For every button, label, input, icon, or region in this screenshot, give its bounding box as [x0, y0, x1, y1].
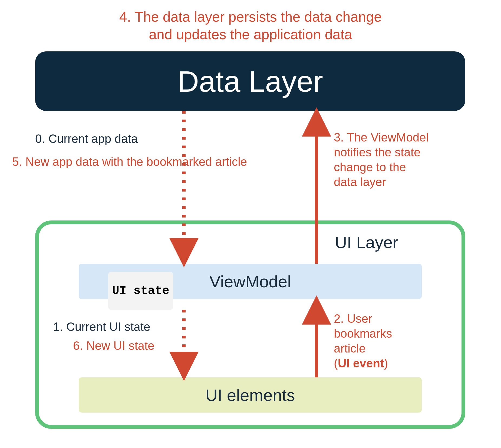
annot-step2-l4c: ): [384, 357, 388, 370]
ui-state-box: UI state: [108, 272, 173, 310]
annot-step3-l1: 3. The ViewModel: [334, 131, 429, 144]
annot-step3-l4: data layer: [334, 175, 386, 189]
annot-step3-l2: notifies the state: [334, 146, 420, 159]
ui-elements-label: UI elements: [206, 386, 295, 405]
annot-step5: 5. New app data with the bookmarked arti…: [12, 154, 247, 169]
annot-step6: 6. New UI state: [73, 338, 154, 353]
annot-step2-l2: bookmarks: [334, 327, 392, 340]
annot-step2-l3: article: [334, 342, 365, 355]
ui-elements-box: UI elements: [79, 377, 422, 413]
annot-step0: 0. Current app data: [35, 131, 138, 146]
annot-step5-text: 5. New app data with the bookmarked arti…: [12, 155, 247, 168]
caption-step4-line2: and updates the application data: [149, 27, 352, 42]
ui-layer-label: UI Layer: [335, 233, 398, 252]
ui-state-label: UI state: [112, 284, 169, 298]
diagram-canvas: 4. The data layer persists the data chan…: [0, 0, 501, 448]
annot-step2-l1: 2. User: [334, 312, 372, 325]
caption-step4: 4. The data layer persists the data chan…: [0, 8, 501, 43]
annot-step3: 3. The ViewModel notifies the state chan…: [334, 130, 474, 189]
annot-step3-l3: change to the: [334, 160, 406, 174]
annot-step1: 1. Current UI state: [53, 319, 150, 334]
data-layer-label: Data Layer: [177, 64, 323, 98]
annot-step2-l4a: (: [334, 357, 338, 370]
viewmodel-label: ViewModel: [209, 272, 291, 291]
annot-step2-l4b: UI event: [338, 357, 384, 370]
annot-step2: 2. User bookmarks article (UI event): [334, 311, 453, 371]
caption-step4-line1: 4. The data layer persists the data chan…: [119, 9, 382, 25]
data-layer-box: Data Layer: [35, 51, 465, 111]
